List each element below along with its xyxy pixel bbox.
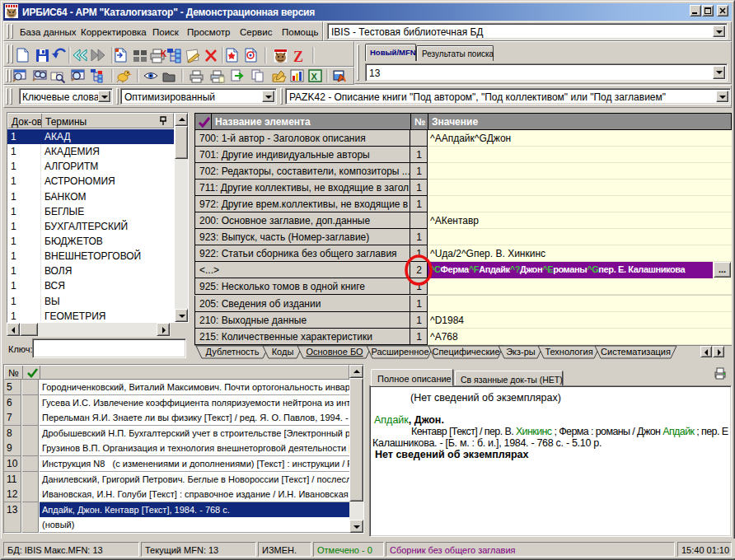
svg-text:K: K <box>161 49 167 58</box>
svg-text:Z: Z <box>293 49 303 65</box>
svg-text:X: X <box>311 72 318 82</box>
